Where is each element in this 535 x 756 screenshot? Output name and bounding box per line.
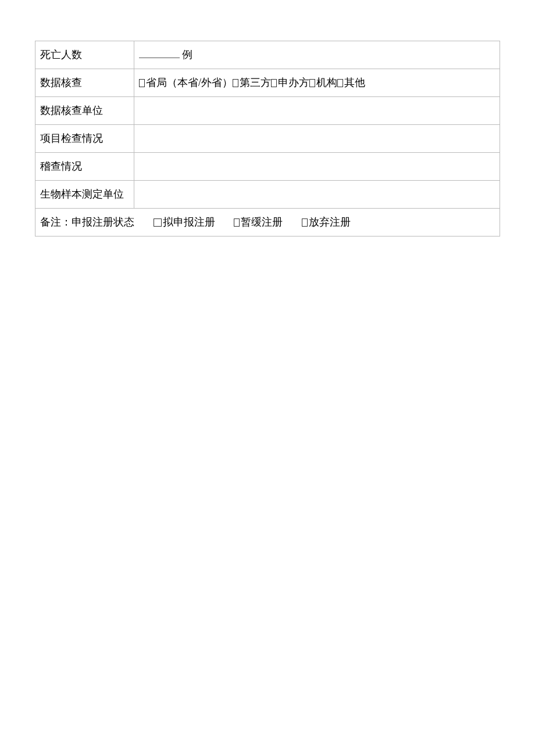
opt-third-party: 第三方 (240, 77, 271, 88)
opt-plan-register: 拟申报注册 (163, 216, 215, 228)
remark-label: 备注：申报注册状态 (40, 214, 134, 230)
checkbox-icon (234, 218, 240, 227)
death-count-blank[interactable] (139, 48, 180, 58)
opt-abandon-register: 放弃注册 (309, 216, 351, 228)
value-biosample-unit[interactable] (134, 181, 500, 209)
checkbox-icon (309, 79, 315, 87)
checkbox-icon (271, 79, 277, 87)
checkbox-icon (139, 79, 145, 87)
checkbox-third-party[interactable]: 第三方 (233, 77, 271, 88)
value-death-count: 例 (134, 41, 500, 69)
row-biosample-unit: 生物样本测定单位 (35, 181, 500, 209)
opt-provincial: 省局（本省/外省） (146, 77, 233, 88)
row-remark: 备注：申报注册状态 拟申报注册 暂缓注册 放弃注册 (35, 209, 500, 237)
opt-other: 其他 (344, 77, 365, 88)
checkbox-abandon-register[interactable]: 放弃注册 (302, 214, 351, 230)
checkbox-icon (233, 79, 238, 87)
opt-sponsor: 申办方 (278, 77, 309, 88)
label-biosample-unit: 生物样本测定单位 (35, 181, 134, 209)
checkbox-institution[interactable]: 机构 (309, 77, 337, 88)
checkbox-other[interactable]: 其他 (337, 77, 365, 88)
label-project-inspection: 项目检查情况 (35, 125, 134, 153)
row-data-check-unit: 数据核查单位 (35, 97, 500, 125)
checkbox-defer-register[interactable]: 暂缓注册 (234, 214, 283, 230)
label-audit: 稽查情况 (35, 153, 134, 181)
value-data-check-unit[interactable] (134, 97, 500, 125)
row-project-inspection: 项目检查情况 (35, 125, 500, 153)
value-project-inspection[interactable] (134, 125, 500, 153)
checkbox-icon (154, 218, 162, 227)
opt-defer-register: 暂缓注册 (241, 216, 283, 228)
label-death-count: 死亡人数 (35, 41, 134, 69)
checkbox-icon (302, 218, 308, 227)
value-data-check: 省局（本省/外省）第三方申办方机构其他 (134, 69, 500, 97)
row-data-check: 数据核查 省局（本省/外省）第三方申办方机构其他 (35, 69, 500, 97)
remark-cell: 备注：申报注册状态 拟申报注册 暂缓注册 放弃注册 (35, 209, 500, 237)
death-count-unit: 例 (182, 49, 192, 60)
label-data-check-unit: 数据核查单位 (35, 97, 134, 125)
row-death-count: 死亡人数 例 (35, 41, 500, 69)
label-data-check: 数据核查 (35, 69, 134, 97)
value-audit[interactable] (134, 153, 500, 181)
checkbox-plan-register[interactable]: 拟申报注册 (154, 214, 215, 230)
form-table: 死亡人数 例 数据核查 省局（本省/外省）第三方申办方机构其他 数据核查单位 项… (35, 41, 500, 237)
checkbox-provincial[interactable]: 省局（本省/外省） (139, 77, 233, 88)
checkbox-sponsor[interactable]: 申办方 (271, 77, 309, 88)
opt-institution: 机构 (316, 77, 337, 88)
row-audit: 稽查情况 (35, 153, 500, 181)
checkbox-icon (337, 79, 343, 87)
